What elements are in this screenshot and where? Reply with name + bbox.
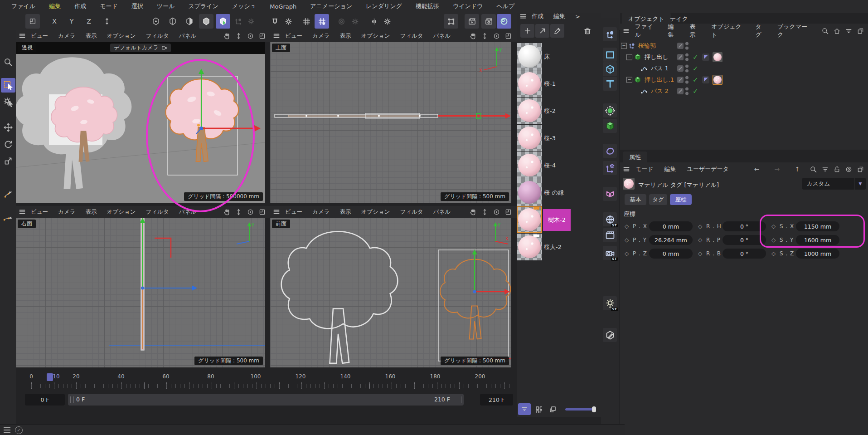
- menu-help[interactable]: ヘルプ: [490, 2, 521, 10]
- tab-attributes[interactable]: 属性: [623, 152, 647, 163]
- vp-menu-panel[interactable]: パネル: [428, 32, 456, 40]
- phong-tag-icon[interactable]: [702, 54, 709, 61]
- vp-menu-options[interactable]: オプション: [102, 32, 141, 40]
- material-tag-thumbnail[interactable]: [713, 52, 723, 62]
- preview-range-bar[interactable]: 0 F 210 F: [68, 394, 464, 406]
- undo-window-icon[interactable]: [25, 14, 40, 29]
- modeling-axis-icon[interactable]: [100, 14, 114, 29]
- material-menu-more[interactable]: >: [570, 13, 585, 20]
- layer-view-button[interactable]: [546, 403, 559, 415]
- lock-x-button[interactable]: X: [47, 14, 62, 29]
- visibility-dots[interactable]: [685, 76, 689, 83]
- edit-toggle[interactable]: [677, 65, 684, 72]
- orbit-icon[interactable]: [247, 208, 254, 216]
- viewport-label-front[interactable]: 前面: [272, 220, 290, 228]
- home-icon[interactable]: [833, 27, 841, 35]
- light-object-icon[interactable]: ST: [603, 296, 617, 310]
- vp-menu-panel[interactable]: パネル: [174, 208, 201, 216]
- expander-icon[interactable]: −: [621, 43, 627, 49]
- viewport-label-right[interactable]: 右面: [18, 220, 36, 228]
- symmetry-object-icon[interactable]: [603, 187, 617, 201]
- material-tag-thumbnail-selected[interactable]: [713, 75, 723, 85]
- vp-menu-filter[interactable]: フィルタ: [141, 32, 174, 40]
- camera-selector[interactable]: デフォルトカメラ: [110, 44, 170, 52]
- maximize-view-icon[interactable]: [258, 208, 266, 216]
- rp-field[interactable]: 0 °: [723, 235, 766, 245]
- edit-toggle[interactable]: [677, 88, 684, 94]
- pan-icon[interactable]: [223, 32, 231, 40]
- vp-menu-camera[interactable]: カメラ: [53, 208, 80, 216]
- material-menu-create[interactable]: 作成: [527, 12, 548, 20]
- menu-mode[interactable]: モード: [93, 2, 125, 10]
- rotate-tool-icon[interactable]: [1, 137, 15, 152]
- menu-edit[interactable]: 編集: [42, 2, 68, 10]
- object-name[interactable]: 押し出し.1: [645, 76, 674, 84]
- viewport-menu-icon[interactable]: [19, 208, 26, 215]
- falloff-settings-gear-icon[interactable]: [348, 14, 362, 29]
- visibility-dots[interactable]: [685, 64, 689, 72]
- material-thumbnail[interactable]: [517, 98, 542, 124]
- add-material-button[interactable]: [520, 24, 534, 38]
- edit-toggle[interactable]: [677, 77, 684, 83]
- preset-dropdown[interactable]: カスタム ▼: [802, 178, 866, 190]
- spline-rect-icon[interactable]: [603, 48, 617, 62]
- pick-material-button[interactable]: [550, 24, 564, 38]
- filter-icon[interactable]: [821, 166, 829, 173]
- material-thumbnail[interactable]: [517, 70, 542, 97]
- lock-icon[interactable]: [833, 166, 841, 173]
- vp-menu-filter[interactable]: フィルタ: [395, 32, 428, 40]
- viewport-top[interactable]: 上面 X Y グリッド間隔 : 500 mm: [270, 42, 511, 203]
- model-mode-icon[interactable]: [199, 14, 213, 29]
- search-icon[interactable]: [810, 166, 817, 173]
- popout-icon[interactable]: [857, 166, 864, 173]
- dolly-icon[interactable]: [235, 208, 242, 216]
- material-item[interactable]: 桜-2: [517, 98, 601, 125]
- tree-row-extrude1[interactable]: − 押し出し.1 ✓: [620, 74, 868, 85]
- om-menu-bookmarks[interactable]: ブックマーク: [772, 23, 816, 39]
- timeline-playhead[interactable]: [47, 373, 53, 381]
- menu-render[interactable]: レンダリング: [359, 2, 409, 10]
- pan-icon[interactable]: [469, 32, 477, 40]
- viewport-front[interactable]: 前面 YX グリッド間隔 : 500: [270, 218, 511, 367]
- menu-animation[interactable]: アニメーション: [303, 2, 359, 10]
- pan-icon[interactable]: [223, 208, 231, 216]
- object-name[interactable]: 桜輪郭: [638, 42, 656, 50]
- attr-menu-userdata[interactable]: ユーザーデータ: [682, 165, 734, 173]
- workplane-grid-icon[interactable]: [299, 14, 314, 29]
- move-tool-icon[interactable]: [1, 120, 15, 135]
- up-arrow-icon[interactable]: ↑: [789, 166, 805, 173]
- camera-object-icon[interactable]: ST: [603, 246, 617, 260]
- vp-menu-view[interactable]: ビュー: [26, 32, 53, 40]
- menu-mesh[interactable]: メッシュ: [225, 2, 263, 10]
- dolly-icon[interactable]: [481, 32, 489, 40]
- material-item[interactable]: 桜大-2: [517, 234, 601, 261]
- vp-menu-options[interactable]: オプション: [356, 208, 395, 216]
- material-thumbnail[interactable]: [517, 152, 542, 179]
- dolly-icon[interactable]: [481, 208, 489, 216]
- dolly-icon[interactable]: [235, 32, 242, 40]
- viewport-label-top[interactable]: 上面: [272, 44, 290, 52]
- om-menu-edit[interactable]: 編集: [663, 23, 684, 39]
- tree-row-path1[interactable]: パス 1 ✓: [620, 63, 868, 74]
- maximize-view-icon[interactable]: [258, 32, 266, 40]
- om-menu-objects[interactable]: オブジェクト: [706, 23, 750, 39]
- rh-field[interactable]: 0 °: [723, 221, 766, 231]
- material-menu-edit[interactable]: 編集: [548, 12, 570, 20]
- viewport-label-perspective[interactable]: 透視: [18, 44, 36, 52]
- attr-menu-edit[interactable]: 編集: [659, 165, 682, 173]
- vp-menu-filter[interactable]: フィルタ: [395, 208, 428, 216]
- axis-settings-gear-icon[interactable]: [244, 14, 258, 29]
- material-item[interactable]: 床: [517, 43, 601, 70]
- sy-field[interactable]: 1600 mm: [796, 235, 839, 245]
- visibility-dots[interactable]: [685, 87, 689, 95]
- maximize-view-icon[interactable]: [504, 208, 512, 216]
- vp-menu-view[interactable]: ビュー: [280, 208, 307, 216]
- om-menu-icon[interactable]: [623, 27, 630, 34]
- menu-select[interactable]: 選択: [125, 2, 150, 10]
- vp-menu-display[interactable]: 表示: [80, 32, 102, 40]
- thumbnail-size-slider[interactable]: [565, 408, 593, 411]
- vp-menu-options[interactable]: オプション: [102, 208, 141, 216]
- vp-menu-filter[interactable]: フィルタ: [141, 208, 174, 216]
- material-thumbnail[interactable]: [517, 179, 542, 206]
- menu-file[interactable]: ファイル: [5, 2, 42, 10]
